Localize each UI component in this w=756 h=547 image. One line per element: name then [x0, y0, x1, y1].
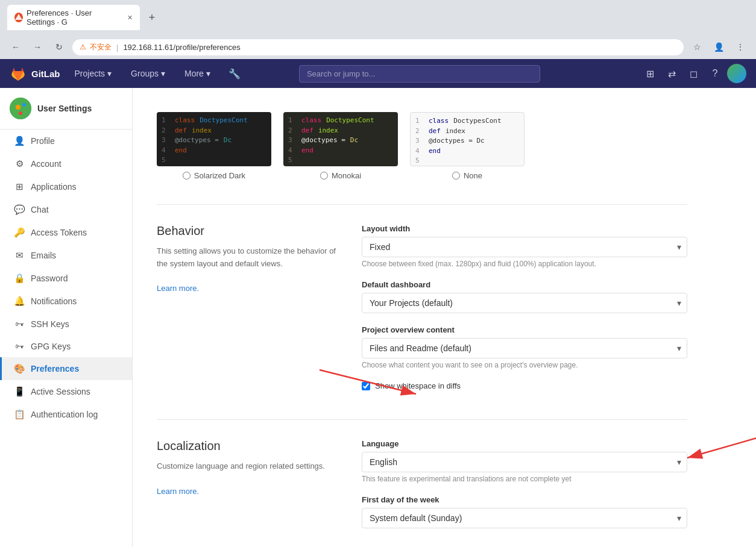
project-overview-label: Project overview content: [362, 325, 687, 334]
sidebar-label-profile: Profile: [31, 136, 55, 146]
svg-point-4: [19, 111, 22, 115]
new-tab-button[interactable]: +: [145, 10, 159, 25]
localization-learn-more-link[interactable]: Learn more.: [157, 487, 199, 496]
menu-button[interactable]: ⋮: [732, 39, 749, 55]
sidebar-label-access-tokens: Access Tokens: [31, 228, 87, 237]
sidebar-item-emails[interactable]: ✉ Emails: [0, 244, 132, 267]
sidebar-label-chat: Chat: [31, 205, 49, 214]
reload-button[interactable]: ↻: [51, 39, 68, 55]
behavior-title: Behavior: [157, 224, 338, 238]
groups-chevron-icon: ▾: [161, 69, 165, 78]
language-select[interactable]: English Deutsch Español Français 中文: [362, 452, 687, 472]
password-icon: 🔒: [14, 273, 25, 284]
profile-button[interactable]: 👤: [710, 39, 727, 55]
navbar-add-icon[interactable]: ⊞: [640, 64, 660, 83]
notifications-icon: 🔔: [14, 296, 25, 307]
tab-close-button[interactable]: ✕: [127, 14, 133, 22]
project-overview-select[interactable]: Files and Readme (default) Readme Activi…: [362, 338, 687, 358]
monokai-radio-label[interactable]: Monokai: [320, 171, 361, 180]
layout-width-select-wrapper: Fixed Fluid: [362, 237, 687, 257]
security-warning: ⚠: [80, 43, 86, 51]
navbar-user-avatar[interactable]: [727, 64, 746, 83]
active-sessions-icon: 📱: [14, 386, 25, 397]
navbar-search[interactable]: [299, 65, 540, 83]
theme-none: 1class DoctypesCont 2 def index 3 @docty…: [410, 112, 524, 180]
bookmark-button[interactable]: ☆: [688, 39, 705, 55]
search-input[interactable]: [299, 65, 540, 83]
sidebar-label-emails: Emails: [31, 251, 56, 260]
sidebar-item-account[interactable]: ⚙ Account: [0, 152, 132, 175]
preferences-icon: 🎨: [14, 363, 25, 374]
forward-button[interactable]: →: [29, 39, 46, 55]
localization-section: Localization Customize language and regi…: [157, 420, 687, 547]
solarized-dark-preview: 1class DoctypesCont 2 def index 3 @docty…: [157, 112, 271, 166]
first-day-label: First day of the week: [362, 495, 687, 504]
sidebar-item-ssh-keys[interactable]: 🗝 SSH Keys: [0, 313, 132, 335]
sidebar-label-account: Account: [31, 159, 61, 169]
behavior-learn-more-link[interactable]: Learn more.: [157, 284, 199, 293]
default-dashboard-select[interactable]: Your Projects (default) Starred Projects…: [362, 293, 687, 313]
layout-width-select[interactable]: Fixed Fluid: [362, 237, 687, 257]
sidebar-label-password: Password: [31, 274, 68, 283]
gitlab-brand-name: GitLab: [31, 69, 60, 79]
layout-width-hint: Choose between fixed (max. 1280px) and f…: [362, 260, 687, 268]
default-dashboard-select-wrapper: Your Projects (default) Starred Projects…: [362, 293, 687, 313]
projects-chevron-icon: ▾: [107, 69, 112, 78]
profile-icon: 👤: [14, 136, 25, 146]
sidebar-item-chat[interactable]: 💬 Chat: [0, 198, 132, 221]
default-dashboard-field: Default dashboard Your Projects (default…: [362, 280, 687, 313]
main-content: 1class DoctypesCont 2 def index 3 @docty…: [133, 88, 756, 547]
applications-icon: ⊞: [14, 181, 25, 192]
navbar-wrench-icon[interactable]: 🔧: [225, 64, 244, 83]
sidebar-label-preferences: Preferences: [31, 364, 79, 374]
none-theme-radio[interactable]: [452, 172, 460, 180]
theme-solarized-dark: 1class DoctypesCont 2 def index 3 @docty…: [157, 112, 271, 180]
address-bar[interactable]: ⚠ 不安全 | 192.168.11.61/profile/preference…: [72, 39, 684, 55]
gitlab-logo[interactable]: GitLab: [10, 65, 60, 82]
project-overview-select-wrapper: Files and Readme (default) Readme Activi…: [362, 338, 687, 358]
solarized-dark-radio-label[interactable]: Solarized Dark: [183, 171, 245, 180]
sidebar-item-active-sessions[interactable]: 📱 Active Sessions: [0, 380, 132, 403]
sidebar-item-notifications[interactable]: 🔔 Notifications: [0, 290, 132, 313]
solarized-dark-radio[interactable]: [183, 172, 191, 180]
sidebar-item-profile[interactable]: 👤 Profile: [0, 130, 132, 152]
navbar-groups[interactable]: Groups ▾: [126, 69, 170, 78]
sidebar-user-header: User Settings: [0, 88, 132, 130]
solarized-dark-label: Solarized Dark: [194, 171, 245, 180]
none-theme-radio-label[interactable]: None: [452, 171, 482, 180]
emails-icon: ✉: [14, 250, 25, 261]
first-day-select[interactable]: System default (Sunday) Sunday Monday Sa…: [362, 508, 687, 528]
tab-favicon: [14, 13, 23, 22]
monokai-radio[interactable]: [320, 172, 328, 180]
first-day-field: First day of the week System default (Su…: [362, 495, 687, 528]
sidebar-label-applications: Applications: [31, 182, 77, 192]
language-select-wrapper: English Deutsch Español Français 中文: [362, 452, 687, 472]
navbar-projects[interactable]: Projects ▾: [70, 69, 117, 78]
sidebar-item-preferences[interactable]: 🎨 Preferences: [0, 357, 132, 380]
app-layout: User Settings 👤 Profile ⚙ Account ⊞ Appl…: [0, 88, 756, 547]
language-label: Language: [362, 439, 687, 448]
more-chevron-icon: ▾: [206, 69, 210, 78]
sidebar-item-authentication-log[interactable]: 📋 Authentication log: [0, 403, 132, 426]
navbar-more[interactable]: More ▾: [180, 69, 215, 78]
sidebar-item-access-tokens[interactable]: 🔑 Access Tokens: [0, 221, 132, 244]
none-theme-label: None: [464, 171, 482, 180]
sidebar-item-gpg-keys[interactable]: 🗝 GPG Keys: [0, 335, 132, 357]
theme-monokai: 1class DoctypesCont 2 def index 3 @docty…: [283, 112, 398, 180]
navbar-mr-icon[interactable]: ⇄: [662, 64, 681, 83]
sidebar-item-password[interactable]: 🔒 Password: [0, 267, 132, 290]
localization-desc: Customize language and region related se…: [157, 460, 338, 498]
navbar-help-icon[interactable]: ?: [705, 64, 725, 83]
navbar-issues-icon[interactable]: ◻: [684, 64, 703, 83]
layout-width-label: Layout width: [362, 224, 687, 233]
back-button[interactable]: ←: [7, 39, 24, 55]
browser-tab[interactable]: Preferences · User Settings · G ✕: [7, 5, 140, 30]
default-dashboard-label: Default dashboard: [362, 280, 687, 289]
localization-layout: Localization Customize language and regi…: [157, 439, 687, 540]
content-inner: 1class DoctypesCont 2 def index 3 @docty…: [133, 88, 711, 547]
sidebar-item-applications[interactable]: ⊞ Applications: [0, 175, 132, 198]
language-experimental-text: This feature is experimental and transla…: [362, 475, 687, 483]
red-arrow-behavior: [307, 364, 428, 400]
sidebar: User Settings 👤 Profile ⚙ Account ⊞ Appl…: [0, 88, 133, 547]
tab-title: Preferences · User Settings · G: [27, 8, 121, 27]
